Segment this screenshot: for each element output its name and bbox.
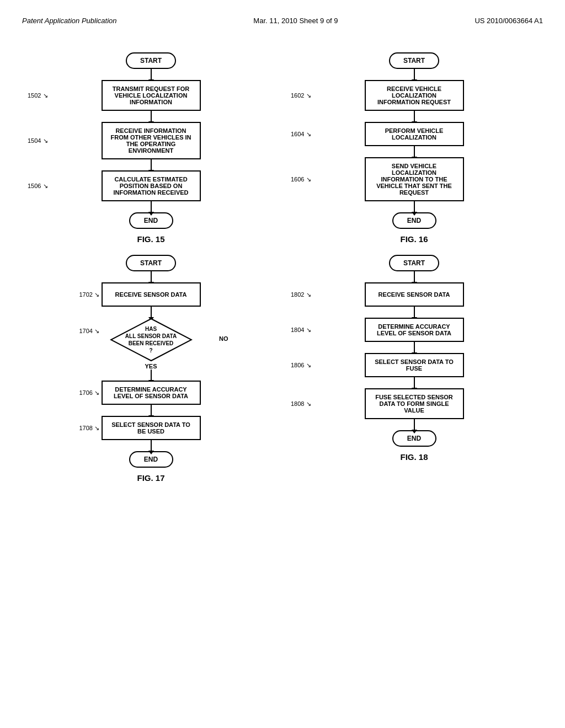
fig18-step1806-wrapper: 1806 ↘ SELECT SENSOR DATA TO FUSE bbox=[285, 353, 543, 377]
fig15-step1504-wrapper: 1504 ↘ RECEIVE INFORMATION FROM OTHER VE… bbox=[22, 122, 280, 159]
fig16-rect1606: SEND VEHICLE LOCALIZATION INFORMATION TO… bbox=[365, 157, 464, 201]
fig17-label1706: 1706 ↘ bbox=[79, 389, 100, 397]
fig18-arrow2 bbox=[414, 307, 415, 318]
header-right: US 2010/0063664 A1 bbox=[475, 17, 543, 25]
page-header: Patent Application Publication Mar. 11, … bbox=[22, 11, 543, 36]
fig15-rect1506: CALCULATE ESTIMATED POSITION BASED ON IN… bbox=[102, 170, 201, 201]
fig17-label1704: 1704 ↘ bbox=[79, 328, 100, 335]
fig18-rect1808: FUSE SELECTED SENSOR DATA TO FORM SINGLE… bbox=[365, 388, 464, 419]
fig15-step1506-wrapper: 1506 ↘ CALCULATE ESTIMATED POSITION BASE… bbox=[22, 170, 280, 201]
fig18-label: FIG. 18 bbox=[400, 452, 428, 462]
fig18-label1802: 1802 ↘ bbox=[291, 291, 311, 298]
fig17-flowchart: START 1702 ↘ RECEIVE SENSOR DATA 1704 ↘ … bbox=[74, 255, 228, 468]
diagrams-grid: START 1502 ↘ TRANSMIT REQUEST FOR VEHICL… bbox=[22, 52, 543, 483]
fig15-arrow3 bbox=[151, 159, 152, 170]
fig18-label1806: 1806 ↘ bbox=[291, 362, 311, 369]
fig18-rect1804: DETERMINE ACCURACY LEVEL OF SENSOR DATA bbox=[365, 318, 464, 342]
fig17-arrow1 bbox=[151, 271, 152, 282]
header-center: Mar. 11, 2010 Sheet 9 of 9 bbox=[253, 17, 338, 25]
fig18-arrow5 bbox=[414, 419, 415, 430]
fig15-diagram: START 1502 ↘ TRANSMIT REQUEST FOR VEHICL… bbox=[22, 52, 280, 244]
fig17-arrow4 bbox=[151, 405, 152, 416]
fig15-flowchart: START 1502 ↘ TRANSMIT REQUEST FOR VEHICL… bbox=[22, 52, 280, 229]
fig18-step1802-wrapper: 1802 ↘ RECEIVE SENSOR DATA bbox=[285, 282, 543, 307]
fig17-start: START bbox=[126, 255, 176, 271]
fig15-start: START bbox=[126, 52, 176, 69]
fig18-rect1806: SELECT SENSOR DATA TO FUSE bbox=[365, 353, 464, 377]
fig15-arrow1 bbox=[151, 69, 152, 80]
fig15-rect1502: TRANSMIT REQUEST FOR VEHICLE LOCALIZATIO… bbox=[102, 80, 201, 111]
fig17-step1708-wrapper: 1708 ↘ SELECT SENSOR DATA TO BE USED bbox=[74, 416, 228, 440]
fig16-rect1604: PERFORM VEHICLE LOCALIZATION bbox=[365, 122, 464, 146]
fig18-label1804: 1804 ↘ bbox=[291, 326, 311, 334]
fig18-diagram: START 1802 ↘ RECEIVE SENSOR DATA 1804 ↘ … bbox=[285, 255, 543, 483]
fig17-arrow5 bbox=[151, 440, 152, 451]
fig17-diagram: START 1702 ↘ RECEIVE SENSOR DATA 1704 ↘ … bbox=[22, 255, 280, 483]
fig18-label1808: 1808 ↘ bbox=[291, 400, 311, 408]
fig15-arrow2 bbox=[151, 111, 152, 122]
fig18-step1808-wrapper: 1808 ↘ FUSE SELECTED SENSOR DATA TO FORM… bbox=[285, 388, 543, 419]
fig17-step1706-wrapper: 1706 ↘ DETERMINE ACCURACY LEVEL OF SENSO… bbox=[74, 381, 228, 405]
fig16-arrow4 bbox=[414, 201, 415, 212]
fig16-arrow2 bbox=[414, 111, 415, 122]
fig16-arrow3 bbox=[414, 146, 415, 157]
fig18-start: START bbox=[389, 255, 439, 271]
fig17-rect1702: RECEIVE SENSOR DATA bbox=[102, 282, 201, 307]
fig15-label1504: 1504 ↘ bbox=[28, 137, 48, 144]
fig16-label1606: 1606 ↘ bbox=[291, 176, 311, 183]
fig17-step1702-wrapper: 1702 ↘ RECEIVE SENSOR DATA bbox=[74, 282, 228, 307]
fig16-step1606-wrapper: 1606 ↘ SEND VEHICLE LOCALIZATION INFORMA… bbox=[285, 157, 543, 201]
fig17-yes-label: YES bbox=[145, 363, 157, 370]
fig16-flowchart: START 1602 ↘ RECEIVE VEHICLE LOCALIZATIO… bbox=[285, 52, 543, 229]
fig17-label1708: 1708 ↘ bbox=[79, 425, 100, 432]
fig15-label: FIG. 15 bbox=[137, 234, 164, 244]
fig18-rect1802: RECEIVE SENSOR DATA bbox=[365, 282, 464, 307]
fig17-rect1708: SELECT SENSOR DATA TO BE USED bbox=[102, 416, 201, 440]
fig16-step1604-wrapper: 1604 ↘ PERFORM VEHICLE LOCALIZATION bbox=[285, 122, 543, 146]
fig18-arrow3 bbox=[414, 342, 415, 353]
fig17-diamond1704: HASALL SENSOR DATABEEN RECEIVED? bbox=[110, 318, 193, 362]
fig15-rect1504: RECEIVE INFORMATION FROM OTHER VEHICLES … bbox=[102, 122, 201, 159]
fig16-diagram: START 1602 ↘ RECEIVE VEHICLE LOCALIZATIO… bbox=[285, 52, 543, 244]
fig17-arrow2 bbox=[151, 307, 152, 318]
fig15-arrow4 bbox=[151, 201, 152, 212]
fig17-arrow3 bbox=[151, 370, 152, 381]
fig16-step1602-wrapper: 1602 ↘ RECEIVE VEHICLE LOCALIZATION INFO… bbox=[285, 80, 543, 111]
fig17-diamond-text: HASALL SENSOR DATABEEN RECEIVED? bbox=[125, 325, 177, 354]
fig15-label1506: 1506 ↘ bbox=[28, 183, 48, 190]
page: Patent Application Publication Mar. 11, … bbox=[0, 0, 565, 728]
fig16-start: START bbox=[389, 52, 439, 69]
fig16-arrow1 bbox=[414, 69, 415, 80]
fig16-label: FIG. 16 bbox=[400, 234, 428, 244]
fig17-label: FIG. 17 bbox=[137, 473, 164, 483]
fig17-rect1706: DETERMINE ACCURACY LEVEL OF SENSOR DATA bbox=[102, 381, 201, 405]
fig17-no-label: NO bbox=[219, 335, 228, 342]
fig18-arrow1 bbox=[414, 271, 415, 282]
fig18-flowchart: START 1802 ↘ RECEIVE SENSOR DATA 1804 ↘ … bbox=[285, 255, 543, 447]
fig16-label1602: 1602 ↘ bbox=[291, 92, 311, 99]
fig17-diamond-section: 1704 ↘ HASALL SENSOR DATABEEN RECEIVED? … bbox=[74, 318, 228, 370]
fig16-rect1602: RECEIVE VEHICLE LOCALIZATION INFORMATION… bbox=[365, 80, 464, 111]
fig18-step1804-wrapper: 1804 ↘ DETERMINE ACCURACY LEVEL OF SENSO… bbox=[285, 318, 543, 342]
fig16-label1604: 1604 ↘ bbox=[291, 131, 311, 138]
fig18-arrow4 bbox=[414, 377, 415, 388]
fig15-step1502-wrapper: 1502 ↘ TRANSMIT REQUEST FOR VEHICLE LOCA… bbox=[22, 80, 280, 111]
fig17-label1702: 1702 ↘ bbox=[79, 291, 100, 298]
fig15-label1502: 1502 ↘ bbox=[28, 92, 48, 99]
header-left: Patent Application Publication bbox=[22, 17, 117, 25]
